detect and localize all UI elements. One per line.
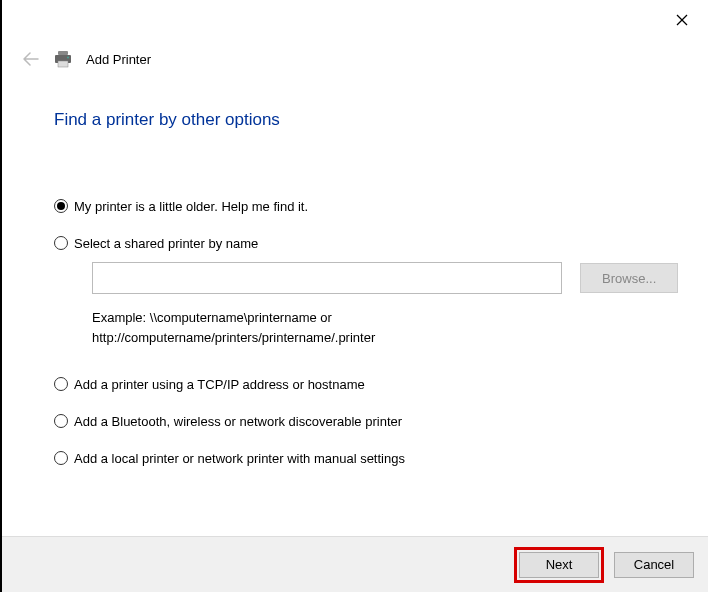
radio-tcpip[interactable]: [54, 377, 68, 391]
radio-local[interactable]: [54, 451, 68, 465]
example-line-2: http://computername/printers/printername…: [92, 328, 678, 348]
shared-sub-section: Browse... Example: \\computername\printe…: [92, 262, 678, 348]
option-shared-label: Select a shared printer by name: [74, 235, 258, 252]
next-button-highlight: Next: [514, 547, 604, 583]
close-icon: [676, 14, 688, 26]
header-title: Add Printer: [86, 52, 151, 67]
option-shared-printer[interactable]: Select a shared printer by name: [54, 235, 678, 252]
svg-rect-2: [58, 51, 68, 55]
option-tcpip-label: Add a printer using a TCP/IP address or …: [74, 376, 365, 393]
option-local-label: Add a local printer or network printer w…: [74, 450, 405, 467]
wizard-header: Add Printer: [22, 50, 151, 68]
option-tcpip[interactable]: Add a printer using a TCP/IP address or …: [54, 376, 678, 393]
printer-icon: [54, 50, 72, 68]
shared-printer-path-input[interactable]: [92, 262, 562, 294]
radio-shared[interactable]: [54, 236, 68, 250]
svg-point-5: [67, 57, 69, 59]
back-button[interactable]: [22, 50, 40, 68]
radio-older[interactable]: [54, 199, 68, 213]
back-arrow-icon: [23, 52, 39, 66]
svg-rect-4: [58, 61, 68, 67]
option-bluetooth-label: Add a Bluetooth, wireless or network dis…: [74, 413, 402, 430]
option-older-printer[interactable]: My printer is a little older. Help me fi…: [54, 198, 678, 215]
example-line-1: Example: \\computername\printername or: [92, 308, 678, 328]
browse-button: Browse...: [580, 263, 678, 293]
option-local-printer[interactable]: Add a local printer or network printer w…: [54, 450, 678, 467]
options-group: My printer is a little older. Help me fi…: [54, 198, 678, 487]
radio-bluetooth[interactable]: [54, 414, 68, 428]
shared-example-text: Example: \\computername\printername or h…: [92, 308, 678, 348]
next-button[interactable]: Next: [519, 552, 599, 578]
option-older-label: My printer is a little older. Help me fi…: [74, 198, 308, 215]
page-title: Find a printer by other options: [54, 110, 280, 130]
option-bluetooth[interactable]: Add a Bluetooth, wireless or network dis…: [54, 413, 678, 430]
cancel-button[interactable]: Cancel: [614, 552, 694, 578]
footer-bar: Next Cancel: [2, 536, 708, 592]
close-button[interactable]: [670, 8, 694, 32]
